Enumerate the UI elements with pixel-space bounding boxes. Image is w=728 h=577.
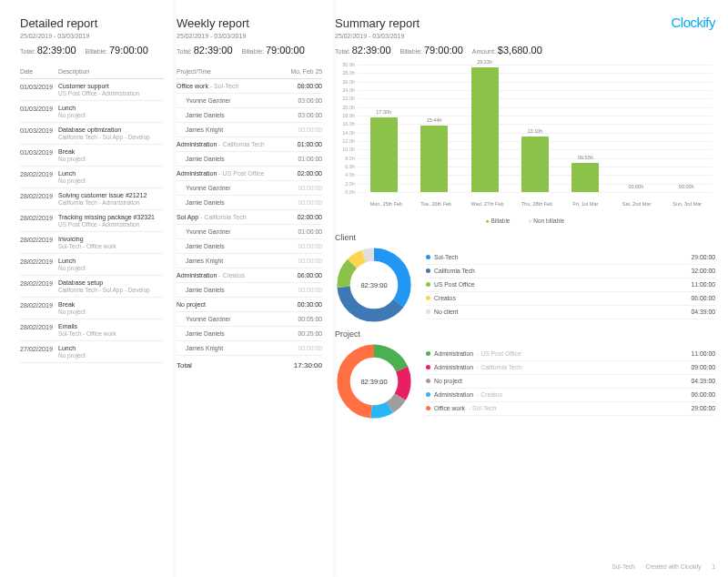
weekly-member-row: James Knight00:00:00 [177, 123, 322, 137]
detailed-title: Detailed report [20, 16, 164, 30]
bar-chart: 0.0h2.0h4.0h6.0h8.0h10.0h12.0h14.0h16.0h… [335, 65, 715, 210]
detailed-row: 28/02/2019BreakNo project [20, 298, 164, 319]
detailed-row: 28/02/2019Database setupCalifornia Tech … [20, 276, 164, 298]
legend-row: Creatos06:00:00 [426, 292, 715, 306]
project-legend: Administration - US Post Office11:00:00A… [426, 348, 715, 416]
chart-bar: 17:30h [370, 117, 398, 192]
donut-center-value: 82:39:00 [335, 342, 413, 420]
client-donut-chart: 82:39:00 [335, 246, 413, 324]
client-legend: Sol-Tech29:00:00California Tech32:00:00U… [426, 251, 715, 319]
legend-nonbillable: Non billable [529, 218, 565, 224]
detailed-row: 28/02/2019Solving customer issue #21212C… [20, 188, 164, 210]
weekly-member-row: Jamie Daniels03:00:00 [177, 108, 322, 123]
client-section-title: Client [335, 233, 715, 242]
weekly-member-row: Yvonne Gardner03:00:00 [177, 94, 322, 108]
weekly-member-row: Jamie Daniels00:00:00 [177, 196, 322, 210]
totals-row: Total: 82:39:00 Billable: 79:00:00 [177, 45, 322, 56]
weekly-total-row: Total 17:30:00 [177, 356, 322, 373]
legend-row: California Tech32:00:00 [426, 265, 715, 278]
detailed-header: Date Description [20, 65, 164, 79]
weekly-member-row: Yvonne Gardner01:00:00 [177, 225, 322, 239]
detailed-row: 28/02/2019LunchNo project [20, 254, 164, 276]
weekly-group-row: Administration - California Tech01:00:00 [177, 137, 322, 152]
weekly-member-row: Yvonne Gardner00:00:00 [177, 181, 322, 196]
detailed-row: 01/03/2019LunchNo project [20, 101, 164, 123]
weekly-group-row: Administration - Creatos06:00:00 [177, 268, 322, 283]
detailed-row: 28/02/2019Tracking missing package #3232… [20, 210, 164, 232]
detailed-row: 28/02/2019EmailsSol-Tech - Office work [20, 319, 164, 341]
totals-row: Total: 82:39:00 Billable: 79:00:00 [20, 45, 164, 56]
weekly-member-row: Yvonne Gardner00:05:00 [177, 312, 322, 327]
legend-row: Administration - Creatos06:00:00 [426, 389, 715, 402]
weekly-group-row: Office work - Sol-Tech08:00:00 [177, 79, 322, 94]
legend-row: No client04:39:00 [426, 306, 715, 319]
chart-bar: 29:23h [471, 67, 499, 192]
date-range: 25/02/2019 - 03/03/2019 [20, 33, 164, 39]
legend-row: No project04:39:00 [426, 375, 715, 389]
weekly-group-row: Sol App - California Tech02:00:00 [177, 210, 322, 225]
weekly-title: Weekly report [177, 16, 322, 30]
weekly-group-row: Administration - US Post Office02:00:00 [177, 167, 322, 181]
donut-center-value: 82:39:00 [335, 246, 413, 324]
chart-bar: 15:44h [420, 126, 448, 192]
detailed-row: 01/03/2019Customer supportUS Post Office… [20, 79, 164, 101]
detailed-report-panel: Detailed report 25/02/2019 - 03/03/2019 … [20, 16, 164, 426]
panel-divider [173, 0, 178, 577]
totals-row: Total: 82:39:00 Billable: 79:00:00 Amoun… [335, 45, 715, 56]
detailed-row: 27/02/2019LunchNo project [20, 341, 164, 363]
weekly-header: Project/Time Mo, Feb 25 [177, 65, 322, 79]
weekly-member-row: Jamie Daniels01:00:00 [177, 152, 322, 167]
project-section-title: Project [335, 329, 715, 339]
clockify-logo: Clockify [671, 15, 715, 30]
client-donut-block: 82:39:00 Sol-Tech29:00:00California Tech… [335, 246, 715, 324]
project-donut-chart: 82:39:00 [335, 342, 413, 420]
legend-row: Sol-Tech29:00:00 [426, 251, 715, 265]
summary-report-panel: Summary report 25/02/2019 - 03/03/2019 T… [335, 16, 715, 426]
legend-row: Office work - Sol-Tech29:00:00 [426, 402, 715, 416]
legend-row: Administration - California Tech09:00:00 [426, 361, 715, 375]
detailed-row: 28/02/2019InvoicingSol-Tech - Office wor… [20, 232, 164, 254]
date-range: 25/02/2019 - 03/03/2019 [335, 33, 715, 39]
chart-legend: Billable Non billable [335, 218, 715, 224]
legend-row: Administration - US Post Office11:00:00 [426, 348, 715, 361]
date-range: 25/02/2019 - 03/03/2019 [177, 33, 322, 39]
weekly-member-row: James Knight00:00:00 [177, 341, 322, 356]
legend-row: US Post Office11:00:00 [426, 278, 715, 292]
weekly-member-row: Jamie Daniels00:25:00 [177, 327, 322, 341]
chart-bar: 13:10h [521, 137, 549, 192]
project-donut-block: 82:39:00 Administration - US Post Office… [335, 342, 715, 420]
legend-billable: Billable [486, 218, 511, 224]
chart-bar: 06:55h [571, 163, 599, 192]
detailed-row: 01/03/2019BreakNo project [20, 145, 164, 167]
weekly-member-row: Jamie Daniels00:00:00 [177, 283, 322, 298]
weekly-member-row: James Knight00:00:00 [177, 254, 322, 268]
summary-title: Summary report [335, 16, 715, 30]
page-footer: Sol-Tech Created with Clockify 1 [602, 563, 715, 570]
detailed-row: 01/03/2019Database optimizationCaliforni… [20, 123, 164, 145]
detailed-row: 28/02/2019LunchNo project [20, 167, 164, 188]
weekly-group-row: No project00:30:00 [177, 298, 322, 312]
weekly-member-row: Jamie Daniels00:00:00 [177, 239, 322, 254]
weekly-report-panel: Weekly report 25/02/2019 - 03/03/2019 To… [177, 16, 322, 426]
